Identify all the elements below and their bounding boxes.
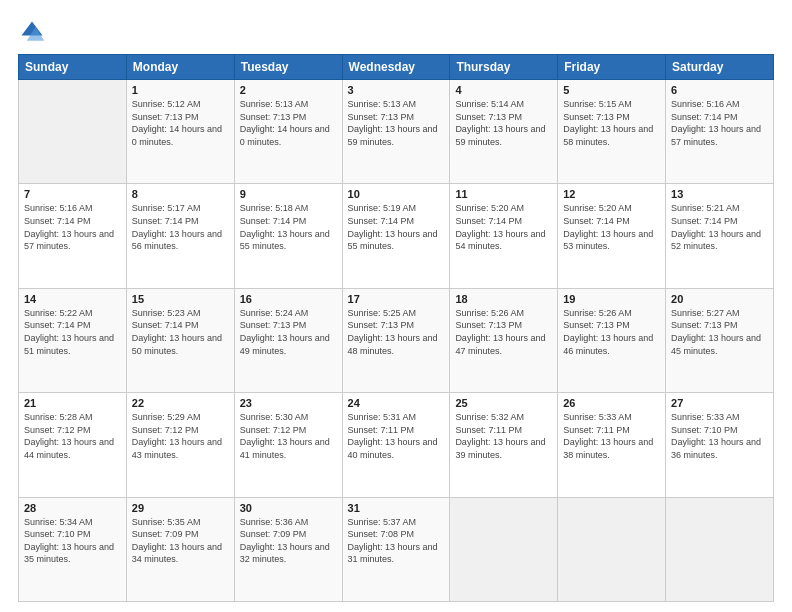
calendar-cell: 22Sunrise: 5:29 AMSunset: 7:12 PMDayligh… <box>126 393 234 497</box>
day-number: 25 <box>455 397 552 409</box>
day-info: Sunrise: 5:16 AMSunset: 7:14 PMDaylight:… <box>671 98 768 148</box>
weekday-monday: Monday <box>126 55 234 80</box>
day-info: Sunrise: 5:20 AMSunset: 7:14 PMDaylight:… <box>563 202 660 252</box>
day-number: 1 <box>132 84 229 96</box>
day-info: Sunrise: 5:27 AMSunset: 7:13 PMDaylight:… <box>671 307 768 357</box>
day-number: 24 <box>348 397 445 409</box>
calendar-cell: 4Sunrise: 5:14 AMSunset: 7:13 PMDaylight… <box>450 80 558 184</box>
day-number: 20 <box>671 293 768 305</box>
day-number: 5 <box>563 84 660 96</box>
day-number: 7 <box>24 188 121 200</box>
day-info: Sunrise: 5:30 AMSunset: 7:12 PMDaylight:… <box>240 411 337 461</box>
calendar-cell: 5Sunrise: 5:15 AMSunset: 7:13 PMDaylight… <box>558 80 666 184</box>
day-info: Sunrise: 5:34 AMSunset: 7:10 PMDaylight:… <box>24 516 121 566</box>
calendar-cell: 1Sunrise: 5:12 AMSunset: 7:13 PMDaylight… <box>126 80 234 184</box>
calendar-cell: 7Sunrise: 5:16 AMSunset: 7:14 PMDaylight… <box>19 184 127 288</box>
day-number: 11 <box>455 188 552 200</box>
day-number: 2 <box>240 84 337 96</box>
day-info: Sunrise: 5:35 AMSunset: 7:09 PMDaylight:… <box>132 516 229 566</box>
calendar-cell: 6Sunrise: 5:16 AMSunset: 7:14 PMDaylight… <box>666 80 774 184</box>
day-number: 14 <box>24 293 121 305</box>
calendar-cell: 26Sunrise: 5:33 AMSunset: 7:11 PMDayligh… <box>558 393 666 497</box>
day-info: Sunrise: 5:33 AMSunset: 7:11 PMDaylight:… <box>563 411 660 461</box>
day-info: Sunrise: 5:33 AMSunset: 7:10 PMDaylight:… <box>671 411 768 461</box>
calendar-cell: 14Sunrise: 5:22 AMSunset: 7:14 PMDayligh… <box>19 288 127 392</box>
calendar-cell <box>450 497 558 601</box>
week-row-2: 7Sunrise: 5:16 AMSunset: 7:14 PMDaylight… <box>19 184 774 288</box>
day-number: 29 <box>132 502 229 514</box>
weekday-header-row: SundayMondayTuesdayWednesdayThursdayFrid… <box>19 55 774 80</box>
day-number: 26 <box>563 397 660 409</box>
week-row-4: 21Sunrise: 5:28 AMSunset: 7:12 PMDayligh… <box>19 393 774 497</box>
day-number: 19 <box>563 293 660 305</box>
day-info: Sunrise: 5:24 AMSunset: 7:13 PMDaylight:… <box>240 307 337 357</box>
day-info: Sunrise: 5:26 AMSunset: 7:13 PMDaylight:… <box>455 307 552 357</box>
calendar-cell: 19Sunrise: 5:26 AMSunset: 7:13 PMDayligh… <box>558 288 666 392</box>
calendar-cell: 30Sunrise: 5:36 AMSunset: 7:09 PMDayligh… <box>234 497 342 601</box>
day-number: 17 <box>348 293 445 305</box>
day-number: 10 <box>348 188 445 200</box>
calendar-cell: 11Sunrise: 5:20 AMSunset: 7:14 PMDayligh… <box>450 184 558 288</box>
day-info: Sunrise: 5:12 AMSunset: 7:13 PMDaylight:… <box>132 98 229 148</box>
day-info: Sunrise: 5:31 AMSunset: 7:11 PMDaylight:… <box>348 411 445 461</box>
day-number: 16 <box>240 293 337 305</box>
week-row-5: 28Sunrise: 5:34 AMSunset: 7:10 PMDayligh… <box>19 497 774 601</box>
day-info: Sunrise: 5:13 AMSunset: 7:13 PMDaylight:… <box>348 98 445 148</box>
day-number: 27 <box>671 397 768 409</box>
week-row-3: 14Sunrise: 5:22 AMSunset: 7:14 PMDayligh… <box>19 288 774 392</box>
day-number: 4 <box>455 84 552 96</box>
weekday-thursday: Thursday <box>450 55 558 80</box>
day-number: 12 <box>563 188 660 200</box>
day-number: 21 <box>24 397 121 409</box>
day-info: Sunrise: 5:20 AMSunset: 7:14 PMDaylight:… <box>455 202 552 252</box>
calendar-cell: 27Sunrise: 5:33 AMSunset: 7:10 PMDayligh… <box>666 393 774 497</box>
day-number: 18 <box>455 293 552 305</box>
calendar-cell <box>558 497 666 601</box>
day-info: Sunrise: 5:22 AMSunset: 7:14 PMDaylight:… <box>24 307 121 357</box>
day-number: 15 <box>132 293 229 305</box>
calendar-cell: 23Sunrise: 5:30 AMSunset: 7:12 PMDayligh… <box>234 393 342 497</box>
day-number: 22 <box>132 397 229 409</box>
day-info: Sunrise: 5:18 AMSunset: 7:14 PMDaylight:… <box>240 202 337 252</box>
calendar-cell: 12Sunrise: 5:20 AMSunset: 7:14 PMDayligh… <box>558 184 666 288</box>
day-info: Sunrise: 5:17 AMSunset: 7:14 PMDaylight:… <box>132 202 229 252</box>
day-number: 30 <box>240 502 337 514</box>
day-info: Sunrise: 5:19 AMSunset: 7:14 PMDaylight:… <box>348 202 445 252</box>
calendar-cell: 17Sunrise: 5:25 AMSunset: 7:13 PMDayligh… <box>342 288 450 392</box>
weekday-tuesday: Tuesday <box>234 55 342 80</box>
calendar-cell: 2Sunrise: 5:13 AMSunset: 7:13 PMDaylight… <box>234 80 342 184</box>
day-info: Sunrise: 5:16 AMSunset: 7:14 PMDaylight:… <box>24 202 121 252</box>
day-info: Sunrise: 5:28 AMSunset: 7:12 PMDaylight:… <box>24 411 121 461</box>
calendar-cell: 3Sunrise: 5:13 AMSunset: 7:13 PMDaylight… <box>342 80 450 184</box>
calendar-cell: 24Sunrise: 5:31 AMSunset: 7:11 PMDayligh… <box>342 393 450 497</box>
day-number: 6 <box>671 84 768 96</box>
day-info: Sunrise: 5:21 AMSunset: 7:14 PMDaylight:… <box>671 202 768 252</box>
day-info: Sunrise: 5:13 AMSunset: 7:13 PMDaylight:… <box>240 98 337 148</box>
calendar-cell <box>666 497 774 601</box>
weekday-saturday: Saturday <box>666 55 774 80</box>
day-number: 31 <box>348 502 445 514</box>
day-info: Sunrise: 5:23 AMSunset: 7:14 PMDaylight:… <box>132 307 229 357</box>
calendar-cell: 18Sunrise: 5:26 AMSunset: 7:13 PMDayligh… <box>450 288 558 392</box>
day-info: Sunrise: 5:15 AMSunset: 7:13 PMDaylight:… <box>563 98 660 148</box>
day-info: Sunrise: 5:26 AMSunset: 7:13 PMDaylight:… <box>563 307 660 357</box>
weekday-wednesday: Wednesday <box>342 55 450 80</box>
day-number: 28 <box>24 502 121 514</box>
calendar-table: SundayMondayTuesdayWednesdayThursdayFrid… <box>18 54 774 602</box>
calendar-cell: 9Sunrise: 5:18 AMSunset: 7:14 PMDaylight… <box>234 184 342 288</box>
day-number: 8 <box>132 188 229 200</box>
logo-icon <box>18 18 46 46</box>
weekday-sunday: Sunday <box>19 55 127 80</box>
day-info: Sunrise: 5:32 AMSunset: 7:11 PMDaylight:… <box>455 411 552 461</box>
header <box>18 18 774 46</box>
day-number: 23 <box>240 397 337 409</box>
day-info: Sunrise: 5:36 AMSunset: 7:09 PMDaylight:… <box>240 516 337 566</box>
day-number: 9 <box>240 188 337 200</box>
calendar-cell: 25Sunrise: 5:32 AMSunset: 7:11 PMDayligh… <box>450 393 558 497</box>
calendar-cell: 8Sunrise: 5:17 AMSunset: 7:14 PMDaylight… <box>126 184 234 288</box>
day-info: Sunrise: 5:29 AMSunset: 7:12 PMDaylight:… <box>132 411 229 461</box>
day-info: Sunrise: 5:25 AMSunset: 7:13 PMDaylight:… <box>348 307 445 357</box>
day-info: Sunrise: 5:14 AMSunset: 7:13 PMDaylight:… <box>455 98 552 148</box>
calendar-cell: 13Sunrise: 5:21 AMSunset: 7:14 PMDayligh… <box>666 184 774 288</box>
calendar-cell: 10Sunrise: 5:19 AMSunset: 7:14 PMDayligh… <box>342 184 450 288</box>
